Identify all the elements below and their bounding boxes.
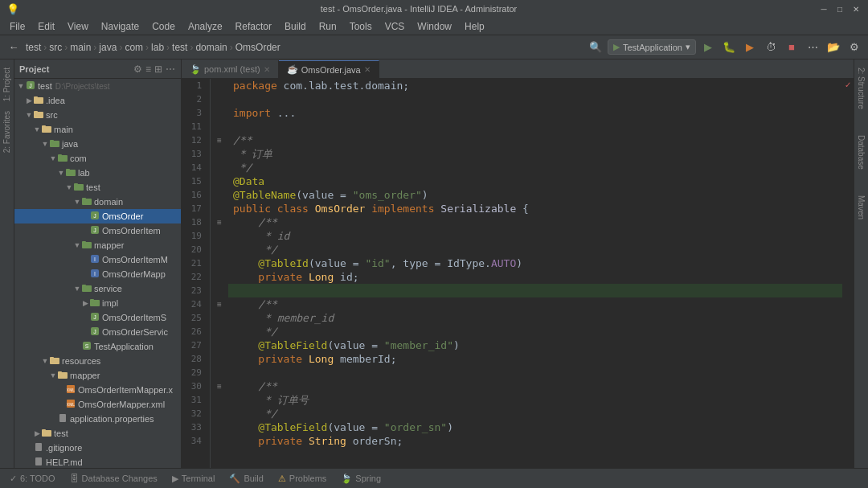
window-controls[interactable]: ─ □ ✕ bbox=[818, 3, 862, 14]
menu-run[interactable]: Run bbox=[313, 19, 343, 34]
code-line-15[interactable]: @Data bbox=[228, 174, 842, 188]
code-line-31[interactable]: * 订单号 bbox=[228, 393, 842, 407]
tree-node-service[interactable]: ▼service bbox=[14, 281, 181, 296]
code-line-14[interactable]: */ bbox=[228, 161, 842, 174]
maven-tab[interactable]: Maven bbox=[855, 191, 867, 224]
tree-node-idea[interactable]: ▶.idea bbox=[14, 93, 181, 108]
breadcrumb-main[interactable]: main bbox=[70, 42, 91, 53]
project-tab[interactable]: 1: Project bbox=[1, 63, 13, 106]
code-line-12[interactable]: /** bbox=[228, 133, 842, 147]
breadcrumb-com[interactable]: com bbox=[125, 42, 143, 53]
tree-node-OmsOrderItemS[interactable]: JOmsOrderItemS bbox=[14, 310, 181, 325]
breadcrumb-test[interactable]: test bbox=[26, 42, 41, 53]
tab-omsorder-java[interactable]: ☕ OmsOrder.java ✕ bbox=[279, 60, 379, 78]
tree-node-impl[interactable]: ▶impl bbox=[14, 296, 181, 310]
code-line-30[interactable]: /** bbox=[228, 379, 842, 393]
tree-node-src[interactable]: ▼src bbox=[14, 108, 181, 122]
code-line-16[interactable]: @TableName(value = "oms_order") bbox=[228, 188, 842, 202]
database-tab[interactable]: Database bbox=[855, 130, 867, 174]
tree-node-OmsOrderServic[interactable]: JOmsOrderServic bbox=[14, 325, 181, 339]
close-pom-tab[interactable]: ✕ bbox=[264, 65, 270, 74]
code-line-20[interactable]: */ bbox=[228, 243, 842, 256]
menu-code[interactable]: Code bbox=[145, 19, 182, 34]
editor-content[interactable]: 1231112131415161718192021222324252627282… bbox=[182, 79, 854, 468]
tree-node-test_folder[interactable]: ▶test bbox=[14, 426, 181, 441]
tree-node-gitignore[interactable]: .gitignore bbox=[14, 441, 181, 455]
tree-node-OmsOrderMapp[interactable]: IOmsOrderMapp bbox=[14, 267, 181, 281]
code-line-13[interactable]: * 订单 bbox=[228, 147, 842, 161]
code-line-27[interactable]: @TableField(value = "member_id") bbox=[228, 338, 842, 352]
maximize-button[interactable]: □ bbox=[834, 3, 845, 14]
run-button[interactable]: ▶ bbox=[699, 39, 717, 56]
code-line-34[interactable]: private String orderSn; bbox=[228, 434, 842, 448]
breadcrumb-test2[interactable]: test bbox=[172, 42, 187, 53]
tree-node-root[interactable]: ▼Jtest D:\Projects\test bbox=[14, 79, 181, 93]
terminal-tab[interactable]: ▶ Terminal bbox=[166, 470, 222, 487]
code-line-26[interactable]: */ bbox=[228, 325, 842, 338]
menu-tools[interactable]: Tools bbox=[343, 19, 379, 34]
close-omsorder-tab[interactable]: ✕ bbox=[364, 65, 371, 74]
search-button[interactable]: 🔍 bbox=[587, 39, 604, 56]
code-line-3[interactable]: import ... bbox=[228, 106, 842, 120]
panel-icon-settings[interactable]: ⚙ bbox=[133, 63, 143, 76]
panel-icon-collapse[interactable]: ≡ bbox=[145, 63, 152, 76]
tree-node-OmsOrderItem[interactable]: JOmsOrderItem bbox=[14, 223, 181, 238]
tree-node-java[interactable]: ▼java bbox=[14, 137, 181, 151]
code-line-32[interactable]: */ bbox=[228, 407, 842, 420]
code-line-24[interactable]: /** bbox=[228, 297, 842, 311]
code-line-23[interactable] bbox=[228, 284, 842, 297]
tree-node-com[interactable]: ▼com bbox=[14, 151, 181, 166]
close-button[interactable]: ✕ bbox=[850, 3, 862, 14]
breadcrumb-omsorder[interactable]: OmsOrder bbox=[235, 42, 280, 53]
minimize-button[interactable]: ─ bbox=[818, 3, 829, 14]
run-configuration[interactable]: ▶ TestApplication ▾ bbox=[608, 39, 696, 55]
menu-analyze[interactable]: Analyze bbox=[182, 19, 229, 34]
profile-button[interactable]: ⏱ bbox=[762, 39, 780, 56]
settings-button[interactable]: ⚙ bbox=[845, 39, 863, 56]
tree-node-mapper_r[interactable]: ▼mapper bbox=[14, 368, 181, 383]
tree-node-mapper[interactable]: ▼mapper bbox=[14, 238, 181, 252]
tree-node-lab[interactable]: ▼lab bbox=[14, 166, 181, 180]
coverage-button[interactable]: ▶ bbox=[741, 39, 759, 56]
panel-icon-expand[interactable]: ⊞ bbox=[154, 63, 163, 76]
tree-node-main[interactable]: ▼main bbox=[14, 122, 181, 137]
tree-node-HELP_md[interactable]: HELP.md bbox=[14, 455, 181, 468]
menu-file[interactable]: File bbox=[3, 19, 31, 34]
favorites-tab[interactable]: 2: Favorites bbox=[1, 106, 13, 158]
breadcrumb-src[interactable]: src bbox=[49, 42, 62, 53]
tree-node-TestApplication[interactable]: STestApplication bbox=[14, 339, 181, 354]
build-tab[interactable]: 🔨 Build bbox=[223, 470, 269, 487]
todo-tab[interactable]: ✓ 6: TODO bbox=[3, 470, 62, 487]
panel-icon-more[interactable]: ⋯ bbox=[165, 63, 176, 76]
problems-tab[interactable]: ⚠ Problems bbox=[272, 470, 333, 487]
tree-node-OmsOrderItemM[interactable]: IOmsOrderItemM bbox=[14, 252, 181, 267]
menu-help[interactable]: Help bbox=[458, 19, 491, 34]
menu-view[interactable]: View bbox=[61, 19, 95, 34]
code-line-28[interactable]: private Long memberId; bbox=[228, 352, 842, 366]
code-line-29[interactable] bbox=[228, 366, 842, 379]
code-line-1[interactable]: package com.lab.test.domain; bbox=[228, 79, 842, 92]
code-line-18[interactable]: /** bbox=[228, 215, 842, 229]
menu-refactor[interactable]: Refactor bbox=[229, 19, 278, 34]
tree-node-test[interactable]: ▼test bbox=[14, 180, 181, 195]
code-line-19[interactable]: * id bbox=[228, 229, 842, 243]
code-line-11[interactable] bbox=[228, 120, 842, 133]
menu-build[interactable]: Build bbox=[278, 19, 313, 34]
code-line-21[interactable]: @TableId(value = "id", type = IdType.AUT… bbox=[228, 256, 842, 270]
code-editor[interactable]: package com.lab.test.domain;import .../*… bbox=[228, 79, 842, 468]
breadcrumb-domain[interactable]: domain bbox=[195, 42, 227, 53]
back-button[interactable]: ← bbox=[5, 39, 23, 56]
tree-node-application_prop[interactable]: application.properties bbox=[14, 412, 181, 426]
tree-node-OmsOrder[interactable]: JOmsOrder bbox=[14, 209, 181, 223]
menu-window[interactable]: Window bbox=[411, 19, 458, 34]
database-changes-tab[interactable]: 🗄 Database Changes bbox=[63, 470, 164, 487]
menu-edit[interactable]: Edit bbox=[31, 19, 61, 34]
code-line-22[interactable]: private Long id; bbox=[228, 270, 842, 284]
project-structure-button[interactable]: 📂 bbox=[825, 39, 842, 56]
code-line-33[interactable]: @TableField(value = "order_sn") bbox=[228, 420, 842, 434]
tree-node-domain[interactable]: ▼domain bbox=[14, 195, 181, 209]
tree-node-resources[interactable]: ▼resources bbox=[14, 354, 181, 368]
tab-pom-xml[interactable]: 🍃 pom.xml (test) ✕ bbox=[182, 60, 279, 78]
spring-tab[interactable]: 🍃 Spring bbox=[334, 470, 387, 487]
tree-node-OmsOrderItemMapper_xml[interactable]: XMLOmsOrderItemMapper.x bbox=[14, 383, 181, 397]
